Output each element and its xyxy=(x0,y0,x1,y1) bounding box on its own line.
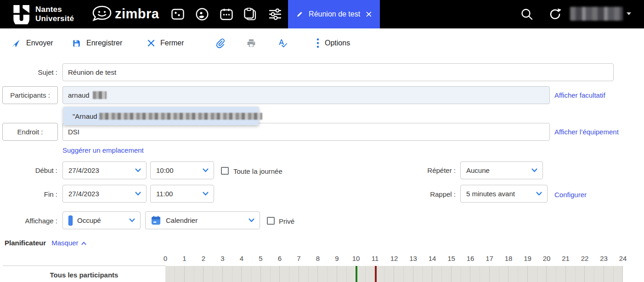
scheduler-header: Planificateur Masquer xyxy=(5,239,86,247)
tasks-icon[interactable] xyxy=(243,7,258,22)
brand-name: Nantes Université xyxy=(35,5,74,23)
hour-label: 5 xyxy=(259,254,262,262)
start-date-select[interactable]: 27/4/2023 xyxy=(62,161,147,179)
freebusy-select[interactable]: Occupé xyxy=(62,211,141,229)
search-icon[interactable] xyxy=(520,8,533,21)
contacts-icon[interactable] xyxy=(195,7,209,22)
hour-label: 11 xyxy=(372,254,379,262)
tab-label: Réunion de test xyxy=(309,10,360,18)
chevron-down-icon xyxy=(203,192,209,196)
spellcheck-icon xyxy=(278,38,288,48)
grid-hour-cell xyxy=(223,266,242,282)
options-button[interactable]: Options xyxy=(316,28,350,58)
close-button[interactable]: Fermer xyxy=(147,28,184,58)
tab-close-icon[interactable] xyxy=(366,11,372,18)
configure-reminder-link[interactable]: Configurer xyxy=(554,191,587,199)
save-label: Enregistrer xyxy=(86,39,122,47)
settings-sliders-icon[interactable] xyxy=(268,7,282,22)
attendee-suggestion-item[interactable]: "Arnaud xyxy=(63,107,259,125)
hour-label: 2 xyxy=(202,254,205,262)
calendar-icon[interactable] xyxy=(219,7,234,22)
subject-label: Sujet : xyxy=(0,68,57,76)
suggest-location-link[interactable]: Suggérer un emplacement xyxy=(62,146,144,154)
attendees-button[interactable]: Participants : xyxy=(2,86,58,104)
grid-hour-cell xyxy=(508,266,528,282)
grid-hour-cell xyxy=(356,266,375,282)
grid-hour-cell xyxy=(242,266,261,282)
send-button[interactable]: Envoyer xyxy=(11,28,53,58)
suggestion-redacted xyxy=(99,113,262,120)
end-time-marker[interactable] xyxy=(375,266,377,282)
grid-hour-cell xyxy=(261,266,280,282)
reminder-select[interactable]: 5 minutes avant xyxy=(460,185,548,203)
show-equipment-link[interactable]: Afficher l’équipement xyxy=(554,128,619,136)
grid-hour-cell xyxy=(547,266,566,282)
chevron-up-icon xyxy=(81,242,86,245)
close-label: Fermer xyxy=(160,39,184,47)
hour-label: 12 xyxy=(390,254,398,262)
display-label: Affichage : xyxy=(0,217,57,225)
attach-button[interactable] xyxy=(215,28,226,58)
reminder-label: Rappel : xyxy=(396,190,456,198)
send-label: Envoyer xyxy=(26,39,53,47)
chevron-down-icon xyxy=(129,218,135,222)
attendee-redacted xyxy=(93,91,107,99)
zimbra-smiley-icon xyxy=(90,4,114,24)
busy-status-icon xyxy=(68,216,73,226)
hour-label: 10 xyxy=(352,254,360,262)
scheduler-hide-link[interactable]: Masquer xyxy=(51,239,86,247)
grid-hour-cell xyxy=(604,266,623,282)
attendees-input[interactable]: arnaud xyxy=(62,86,550,104)
attendees-value: arnaud xyxy=(68,91,90,99)
hour-label: 0 xyxy=(164,254,167,262)
save-icon xyxy=(72,39,81,48)
hour-label: 20 xyxy=(543,254,551,262)
start-label: Début : xyxy=(0,166,57,174)
subject-input[interactable]: Réunion de test xyxy=(62,63,614,81)
refresh-icon[interactable] xyxy=(549,8,562,21)
appointment-compose-window: Nantes Université zimbra xyxy=(0,0,644,282)
chevron-down-icon xyxy=(536,192,542,196)
repeat-select[interactable]: Aucune xyxy=(460,161,543,179)
print-button[interactable] xyxy=(247,28,256,58)
save-button[interactable]: Enregistrer xyxy=(72,28,122,58)
mail-icon[interactable] xyxy=(170,7,185,22)
calendar-select[interactable]: Calendrier xyxy=(145,211,260,229)
tab-reunion-de-test[interactable]: Réunion de test xyxy=(288,0,380,28)
scheduler-hours: 0123456789101112131415161718192021222324 xyxy=(165,254,625,265)
end-time-select[interactable]: 11:00 xyxy=(150,185,214,203)
allday-checkbox[interactable] xyxy=(221,167,229,175)
end-label: Fin : xyxy=(0,190,57,198)
grid-hour-cell xyxy=(394,266,413,282)
start-time-marker[interactable] xyxy=(356,266,357,282)
repeat-label: Répéter : xyxy=(396,166,456,174)
end-date-select[interactable]: 27/4/2023 xyxy=(62,185,147,203)
hour-label: 24 xyxy=(619,254,627,262)
scheduler-grid[interactable] xyxy=(165,266,623,282)
grid-hour-cell xyxy=(413,266,433,282)
hour-label: 7 xyxy=(297,254,300,262)
grid-hour-cell xyxy=(490,266,509,282)
hour-label: 3 xyxy=(220,254,224,262)
hour-label: 13 xyxy=(409,254,417,262)
hour-label: 17 xyxy=(486,254,493,262)
options-label: Options xyxy=(325,39,350,47)
hour-label: 4 xyxy=(240,254,243,262)
show-optional-link[interactable]: Afficher facultatif xyxy=(554,91,605,99)
location-input[interactable]: DSI xyxy=(62,123,550,141)
scheduler-title: Planificateur xyxy=(5,239,46,247)
grid-hour-cell xyxy=(528,266,547,282)
private-checkbox[interactable] xyxy=(267,217,275,225)
grid-hour-cell xyxy=(337,266,356,282)
chevron-down-icon xyxy=(135,168,141,172)
grid-hour-cell xyxy=(585,266,604,282)
hour-label: 21 xyxy=(562,254,570,262)
start-time-select[interactable]: 10:00 xyxy=(150,161,214,179)
scheduler-row-label: Tous les participants xyxy=(3,265,165,282)
zimbra-logo: zimbra xyxy=(90,4,159,24)
chevron-down-icon xyxy=(531,168,537,172)
user-menu[interactable] xyxy=(570,7,631,21)
location-button[interactable]: Endroit : xyxy=(2,123,58,141)
nantes-universite-logo: Nantes Université xyxy=(13,4,74,24)
spellcheck-button[interactable] xyxy=(278,28,288,58)
